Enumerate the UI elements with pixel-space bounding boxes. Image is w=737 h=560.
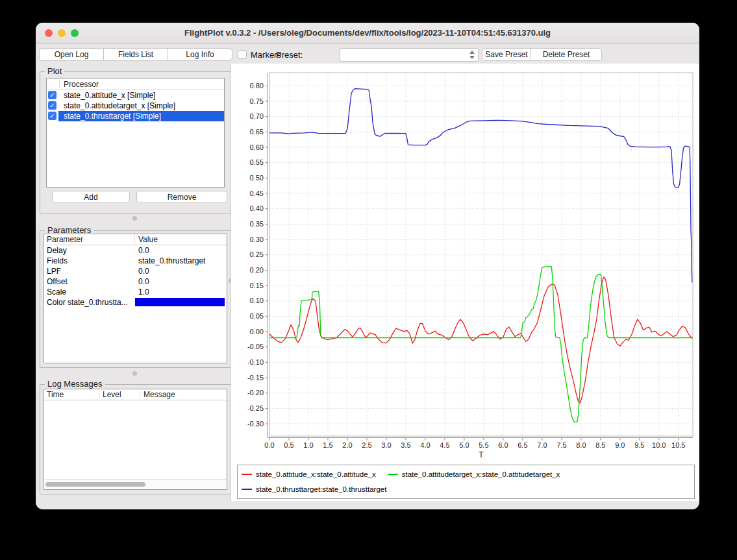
splitter-handle[interactable] (132, 371, 137, 376)
svg-text:10.0: 10.0 (652, 441, 666, 449)
preset-combobox[interactable] (340, 48, 479, 62)
svg-text:9.5: 9.5 (634, 441, 644, 449)
processor-row-label: state_0.attitudetarget_x [Simple] (64, 101, 175, 110)
scrollbar-thumb[interactable] (45, 482, 145, 487)
svg-text:0.45: 0.45 (250, 189, 264, 197)
svg-text:0.60: 0.60 (250, 143, 264, 151)
svg-text:0.5: 0.5 (284, 441, 294, 449)
open-log-button[interactable]: Open Log (39, 48, 104, 61)
log-info-button[interactable]: Log Info (168, 48, 232, 61)
parameter-row[interactable]: Delay0.0 (44, 245, 227, 256)
processor-row[interactable]: ✓state_0.attitudetarget_x [Simple] (47, 101, 224, 111)
screen: { "window": { "title": "FlightPlot v.0.3… (0, 0, 737, 560)
log-button-group: Open Log Fields List Log Info (39, 48, 232, 61)
svg-text:0.40: 0.40 (250, 204, 264, 212)
parameter-value[interactable]: 0.0 (138, 267, 149, 276)
add-button[interactable]: Add (52, 191, 130, 203)
svg-text:7.5: 7.5 (556, 441, 566, 449)
plot-group: Plot Processor ✓state_0.attitude_x [Simp… (40, 71, 231, 213)
parameters-table[interactable]: Parameter Value Delay0.0Fieldsstate_0.th… (44, 234, 227, 363)
svg-text:7.0: 7.0 (537, 441, 547, 449)
parameter-value[interactable]: state_0.thrusttarget (138, 256, 205, 265)
legend-line-sample (242, 489, 252, 490)
svg-text:0.65: 0.65 (250, 128, 264, 136)
parameter-name: Scale (47, 287, 66, 297)
row-checkbox[interactable]: ✓ (48, 91, 56, 99)
svg-text:0.25: 0.25 (250, 250, 264, 258)
row-checkbox[interactable]: ✓ (48, 101, 56, 110)
processor-row[interactable]: ✓state_0.thrusttarget [Simple] (47, 111, 224, 121)
parameter-row[interactable]: Color state_0.thrustta... (44, 297, 227, 308)
chart-svg[interactable]: 0.00.51.01.52.02.53.03.54.04.55.05.56.06… (231, 64, 699, 501)
save-preset-button[interactable]: Save Preset (482, 48, 531, 61)
legend-row: state_0.thrusttarget:state_0.thrusttarge… (242, 483, 692, 496)
svg-text:4.0: 4.0 (420, 441, 430, 449)
parameters-group: Parameters Parameter Value Delay0.0Field… (40, 230, 231, 368)
fields-list-button[interactable]: Fields List (103, 48, 168, 61)
svg-text:-0.30: -0.30 (247, 420, 264, 428)
chart-panel[interactable]: 0.00.51.01.52.02.53.03.54.04.55.05.56.06… (231, 64, 699, 501)
svg-text:0.20: 0.20 (250, 266, 264, 274)
svg-text:-0.10: -0.10 (247, 358, 264, 366)
log-table-header: Time Level Message (44, 389, 227, 400)
svg-text:-0.20: -0.20 (247, 389, 264, 396)
svg-text:0.50: 0.50 (250, 174, 264, 182)
processor-column-header: Processor (64, 80, 99, 89)
parameter-row[interactable]: LPF0.0 (44, 266, 227, 276)
legend-line-sample (242, 474, 252, 475)
log-col-time: Time (47, 390, 64, 399)
svg-text:-0.15: -0.15 (247, 374, 264, 382)
parameter-name: Offset (47, 277, 68, 286)
svg-text:5.0: 5.0 (459, 441, 469, 449)
svg-text:0.35: 0.35 (250, 220, 264, 228)
svg-text:0.80: 0.80 (250, 82, 264, 90)
processor-row-label: state_0.attitude_x [Simple] (64, 91, 155, 100)
processor-row[interactable]: ✓state_0.attitude_x [Simple] (47, 90, 224, 101)
processor-list[interactable]: Processor ✓state_0.attitude_x [Simple]✓s… (46, 78, 225, 188)
chart-legend: state_0.attitude_x:state_0.attitude_xsta… (237, 465, 695, 499)
svg-text:2.5: 2.5 (362, 441, 371, 449)
delete-preset-button[interactable]: Delete Preset (531, 48, 602, 61)
color-swatch[interactable] (135, 298, 225, 306)
svg-text:8.0: 8.0 (576, 441, 586, 449)
title-bar[interactable]: FlightPlot v.0.3.2 - /Users/oleg/Documen… (36, 23, 699, 44)
legend-line-sample (388, 474, 398, 475)
legend-label: state_0.thrusttarget:state_0.thrusttarge… (256, 485, 386, 493)
svg-text:9.0: 9.0 (615, 441, 625, 449)
log-messages-table[interactable]: Time Level Message (44, 389, 227, 490)
remove-button[interactable]: Remove (136, 191, 227, 203)
svg-text:6.0: 6.0 (498, 441, 508, 449)
svg-text:1.5: 1.5 (323, 441, 332, 449)
parameter-row[interactable]: Offset0.0 (44, 276, 227, 287)
legend-label: state_0.attitude_x:state_0.attitude_x (256, 470, 376, 478)
svg-text:0.55: 0.55 (250, 158, 264, 166)
markers-checkbox[interactable] (238, 50, 247, 59)
parameter-value[interactable]: 0.0 (138, 277, 149, 286)
svg-text:0.10: 0.10 (250, 297, 264, 304)
preset-button-group: Save Preset Delete Preset (482, 48, 602, 61)
legend-item: state_0.thrusttarget:state_0.thrusttarge… (242, 485, 386, 493)
svg-text:0.30: 0.30 (250, 236, 264, 243)
flightplot-window: FlightPlot v.0.3.2 - /Users/oleg/Documen… (36, 23, 699, 509)
param-col-parameter: Parameter (47, 235, 83, 244)
legend-label: state_0.attitudetarget_x:state_0.attitud… (402, 470, 560, 478)
parameter-value[interactable]: 0.0 (138, 246, 149, 255)
horizontal-scrollbar[interactable] (45, 480, 226, 489)
svg-text:-0.05: -0.05 (247, 343, 264, 350)
combo-stepper-icon[interactable] (468, 49, 476, 60)
svg-text:0.15: 0.15 (250, 282, 264, 289)
svg-text:3.0: 3.0 (381, 441, 391, 449)
parameter-value[interactable]: 1.0 (138, 287, 149, 297)
row-checkbox[interactable]: ✓ (48, 112, 56, 120)
splitter-handle[interactable] (132, 216, 137, 221)
preset-label: Preset: (276, 50, 303, 60)
processor-list-header: Processor (47, 79, 224, 90)
svg-text:0.75: 0.75 (250, 97, 264, 105)
legend-row: state_0.attitude_x:state_0.attitude_xsta… (242, 468, 692, 481)
log-messages-group: Log Messages Time Level Message (40, 384, 231, 494)
parameter-row[interactable]: Fieldsstate_0.thrusttarget (44, 256, 227, 266)
window-title: FlightPlot v.0.3.2 - /Users/oleg/Documen… (36, 28, 699, 38)
parameter-row[interactable]: Scale1.0 (44, 287, 227, 297)
svg-text:8.5: 8.5 (595, 441, 605, 449)
svg-text:T: T (479, 450, 484, 459)
